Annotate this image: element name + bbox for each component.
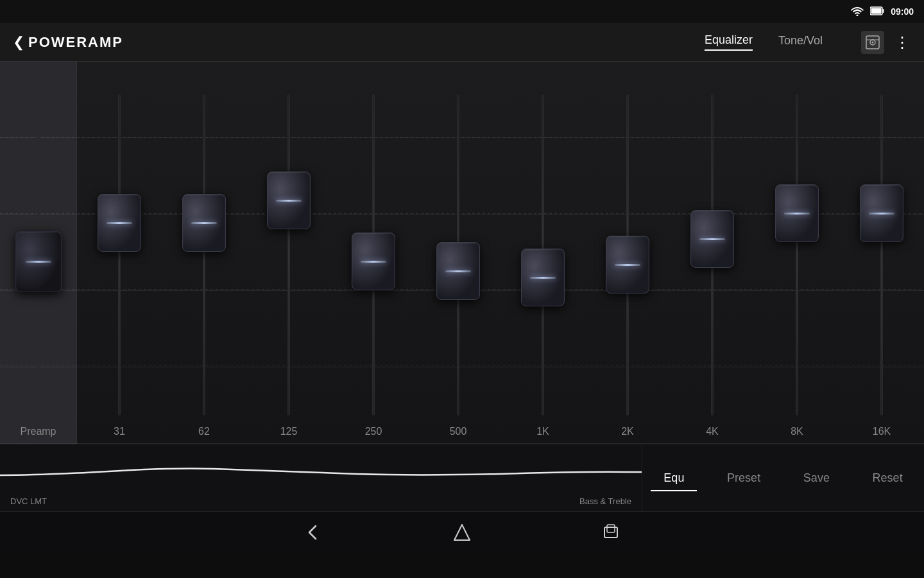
status-bar: 09:00 [0, 0, 924, 23]
slider-channel-4k: 4K [670, 62, 755, 444]
slider-track-8k[interactable] [796, 94, 798, 416]
album-art-button[interactable] [861, 31, 884, 54]
tab-tonevol[interactable]: Tone/Vol [778, 34, 823, 50]
eq-curve-visualization [0, 450, 642, 495]
slider-knob-4k[interactable] [690, 210, 734, 268]
preamp-knob[interactable] [15, 231, 62, 292]
slider-channel-500: 500 [416, 62, 501, 444]
slider-knob-1k[interactable] [521, 249, 565, 306]
slider-track-250[interactable] [372, 94, 375, 416]
slider-channel-250: 250 [331, 62, 416, 444]
slider-channel-125: 125 [246, 62, 331, 444]
bottom-section: DVC LMT Bass & Treble Equ Preset Save Re… [0, 444, 924, 511]
slider-knob-16k[interactable] [860, 184, 903, 242]
knob-indicator [361, 261, 386, 263]
header-tabs: Equalizer Tone/Vol [123, 33, 861, 51]
knob-indicator [107, 222, 132, 224]
slider-knob-62[interactable] [182, 194, 226, 252]
slider-channel-1k: 1K [501, 62, 585, 444]
slider-label-4k: 4K [706, 426, 719, 437]
tab-equ[interactable]: Equ [651, 466, 697, 490]
home-button[interactable] [452, 522, 472, 543]
preamp-slider-track[interactable] [37, 94, 40, 416]
header-actions: ⋮ [861, 31, 911, 54]
knob-indicator [784, 213, 810, 215]
bottom-tabs: Equ Preset Save Reset [642, 444, 924, 511]
svg-rect-3 [871, 8, 882, 13]
tab-save[interactable]: Save [791, 466, 843, 490]
status-time: 09:00 [891, 6, 914, 17]
header: ❮ POWERAMP Equalizer Tone/Vol ⋮ [0, 23, 924, 62]
svg-marker-8 [454, 525, 470, 540]
svg-point-0 [857, 14, 859, 16]
slider-track-500[interactable] [457, 94, 459, 416]
slider-knob-250[interactable] [352, 232, 395, 290]
preamp-label: Preamp [20, 426, 56, 437]
slider-channel-62: 62 [162, 62, 246, 444]
slider-label-2k: 2K [621, 426, 634, 437]
slider-knob-8k[interactable] [775, 184, 819, 242]
dvc-lmt-label: DVC LMT [10, 496, 47, 506]
slider-label-62: 62 [198, 426, 210, 437]
tab-preset[interactable]: Preset [714, 466, 773, 490]
battery-icon [870, 6, 884, 17]
slider-track-16k[interactable] [880, 94, 883, 416]
slider-track-4k[interactable] [711, 94, 714, 416]
back-button[interactable] [303, 522, 323, 543]
knob-indicator [869, 213, 894, 215]
recents-button[interactable] [601, 522, 621, 543]
slider-track-2k[interactable] [626, 94, 629, 416]
knob-indicator [276, 200, 302, 202]
slider-channel-16k: 16K [839, 62, 924, 444]
svg-rect-10 [607, 525, 615, 532]
svg-point-6 [872, 41, 874, 43]
more-options-icon[interactable]: ⋮ [894, 33, 911, 51]
preamp-panel: Preamp [0, 62, 77, 444]
slider-label-8k: 8K [791, 426, 803, 437]
slider-label-250: 250 [365, 426, 382, 437]
slider-label-31: 31 [114, 426, 125, 437]
slider-label-500: 500 [450, 426, 467, 437]
slider-track-125[interactable] [287, 94, 290, 416]
wifi-icon [851, 6, 864, 18]
slider-channel-8k: 8K [755, 62, 839, 444]
svg-rect-2 [883, 9, 884, 13]
app-logo: ❮ POWERAMP [13, 34, 123, 51]
tab-reset[interactable]: Reset [860, 466, 916, 490]
knob-indicator [530, 277, 556, 279]
tab-equalizer[interactable]: Equalizer [705, 33, 753, 51]
slider-knob-500[interactable] [436, 242, 480, 300]
knob-indicator [445, 270, 471, 272]
slider-track-62[interactable] [203, 94, 205, 416]
slider-label-16k: 16K [873, 426, 891, 437]
eq-curve-area: DVC LMT Bass & Treble [0, 444, 642, 511]
slider-track-1k[interactable] [542, 94, 544, 416]
slider-knob-2k[interactable] [606, 236, 649, 293]
navigation-bar [0, 511, 924, 552]
knob-indicator [191, 222, 217, 224]
bottom-labels: DVC LMT Bass & Treble [10, 496, 642, 506]
slider-knob-31[interactable] [98, 194, 141, 252]
knob-indicator [615, 264, 640, 266]
slider-label-1k: 1K [536, 426, 549, 437]
slider-track-31[interactable] [118, 94, 121, 416]
knob-indicator [699, 238, 725, 240]
app-name: POWERAMP [28, 34, 123, 51]
bass-treble-label: Bass & Treble [579, 496, 631, 506]
slider-channel-2k: 2K [585, 62, 670, 444]
logo-chevron-icon: ❮ [13, 34, 24, 51]
slider-channel-31: 31 [77, 62, 162, 444]
knob-indicator [26, 261, 51, 263]
sliders-container: 31 62 125 [77, 62, 924, 444]
equalizer-section: Preamp 31 62 [0, 62, 924, 444]
slider-label-125: 125 [280, 426, 298, 437]
slider-knob-125[interactable] [267, 171, 311, 229]
